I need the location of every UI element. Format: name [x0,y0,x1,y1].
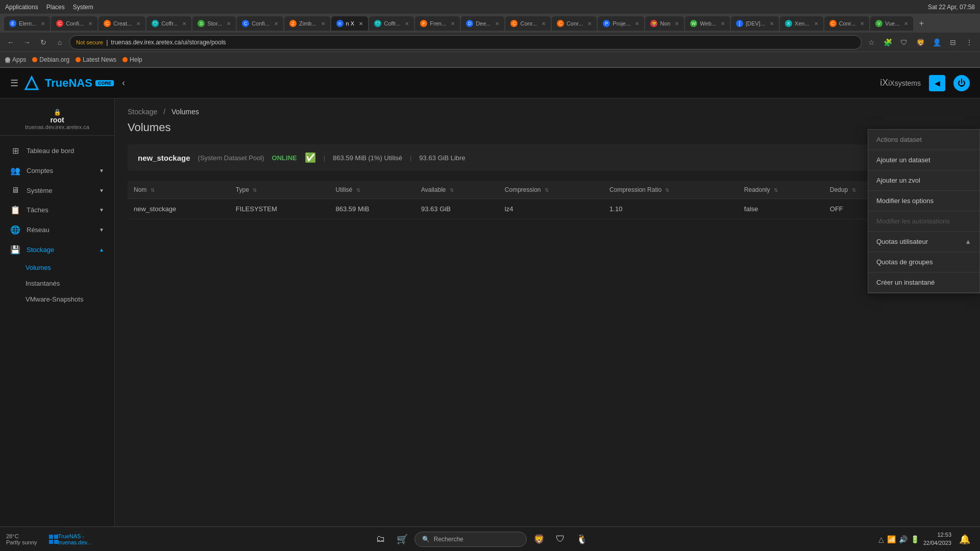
os-menu[interactable]: Applications Places System [5,4,93,11]
tab-11[interactable]: C Conr... ✕ [505,16,550,31]
pool-label: (System Dataset Pool) [198,154,264,162]
bookmarks-bar: ⊞ Apps Debian.org Latest News Help [0,52,980,67]
sidebar-stockage-label: Stockage [27,246,54,254]
taskbar-wifi-icon[interactable]: 📶 [887,535,896,543]
bookmark-help[interactable]: Help [122,56,142,63]
col-compression-ratio[interactable]: Compression Ratio ⇅ [603,181,738,199]
col-available[interactable]: Available ⇅ [415,181,499,199]
taskbar-shield-button[interactable]: 🛡 [551,530,570,548]
bookmark-news[interactable]: Latest News [76,56,116,63]
taskbar-app6-button[interactable]: 🐧 [573,530,591,548]
tab-6[interactable]: Z Zimb... ✕ [284,16,330,31]
tab-9[interactable]: F Fren... ✕ [415,16,460,31]
breadcrumb-parent-link[interactable]: Stockage [128,108,157,116]
tab-19[interactable]: V Vue... ✕ [870,16,913,31]
dropdown-modify-options[interactable]: Modifier les options [868,191,979,211]
tab-favicon-8: 🛡 [374,20,381,27]
sidebar-item-comptes[interactable]: 👥 Comptes ▼ [0,161,114,181]
tab-18[interactable]: C Conr... ✕ [824,16,869,31]
dropdown-header: Actions dataset [868,130,979,150]
settings-button[interactable]: ⋮ [963,36,976,49]
new-tab-button[interactable]: + [914,16,928,31]
breadcrumb-back-button[interactable]: ‹ [122,78,125,88]
sidebar-item-dashboard[interactable]: ⊞ Tableau de bord [0,141,114,161]
tab-3[interactable]: 🛡 Coffr... ✕ [146,16,191,31]
tab-favicon-4: S [198,20,205,27]
sidebar-sub-vmware[interactable]: VMware-Snapshots [20,291,114,307]
tab-favicon-11: C [510,20,518,27]
tab-0[interactable]: E Elem... ✕ [4,16,50,31]
bookmark-debian[interactable]: Debian.org [32,56,69,63]
dropdown-create-snapshot[interactable]: Créer un instantané [868,272,979,293]
tab-4[interactable]: S Stor... ✕ [192,16,236,31]
tab-10[interactable]: D Dee... ✕ [461,16,504,31]
shield-icon[interactable]: 🛡 [897,36,911,49]
col-compression[interactable]: Compression ⇅ [499,181,603,199]
sidebar-toggle[interactable]: ⊟ [946,36,960,49]
home-button[interactable]: ⌂ [53,36,66,49]
reload-button[interactable]: ↻ [37,36,50,49]
power-button[interactable]: ⏻ [953,75,970,91]
tab-16[interactable]: [ [DEV]... ✕ [731,16,779,31]
col-nom[interactable]: Nom ⇅ [128,181,230,199]
date: 22/04/2023 [923,539,951,547]
sidebar-item-systeme[interactable]: 🖥 Système ▼ [0,181,114,200]
collapse-sidebar-button[interactable]: ◀ [929,75,945,91]
taskbar-volume-icon[interactable]: 🔊 [899,535,908,543]
table-row[interactable]: new_stockage FILESYSTEM 863.59 MiB 93.63… [128,199,967,219]
dropdown-add-zvol[interactable]: Ajouter un zvol [868,170,979,191]
col-utilise[interactable]: Utilisé ⇅ [330,181,415,199]
sidebar-item-reseau[interactable]: 🌐 Réseau ▼ [0,220,114,240]
tab-7[interactable]: n n X ✕ [331,16,369,31]
app-name: TrueNAS [45,77,92,90]
tab-1[interactable]: C Confi... ✕ [51,16,97,31]
taskbar-time[interactable]: 12:53 22/04/2023 [923,531,951,547]
address-bar[interactable]: Not secure | truenas.dev.irex.aretex.ca/… [69,35,862,49]
stockage-arrow-icon: ▲ [99,247,104,253]
taskbar-brave-button[interactable]: 🦁 [530,530,548,548]
dropdown-quotas-user[interactable]: Quotas utilisateur ▲ [868,232,979,252]
back-button[interactable]: ← [4,36,17,49]
os-menu-system[interactable]: System [73,4,93,11]
cell-ratio: 1.10 [603,199,738,219]
forward-button[interactable]: → [20,36,34,49]
tab-2[interactable]: C Creat... ✕ [99,16,145,31]
sidebar-item-taches[interactable]: 📋 Tâches ▼ [0,200,114,220]
sidebar-item-stockage[interactable]: 💾 Stockage ▲ [0,240,114,260]
tab-favicon-3: 🛡 [152,20,159,27]
dropdown-quotas-group[interactable]: Quotas de groupes [868,252,979,272]
nav-bar: ← → ↻ ⌂ Not secure | truenas.dev.irex.ar… [0,33,980,52]
os-bar-right: Sat 22 Apr, 07:58 [928,4,975,11]
tab-13[interactable]: P Proje... ✕ [598,16,644,31]
taskbar-notification-button[interactable]: 🔔 [955,530,974,548]
sidebar-systeme-label: Système [27,187,53,194]
tab-15[interactable]: W Web... ✕ [685,16,730,31]
col-type[interactable]: Type ⇅ [230,181,330,199]
taskbar-truenas-button[interactable]: TrueNAS - truenas.dev... [66,530,84,548]
sort-nom-icon: ⇅ [151,187,155,193]
taskbar-file-manager-button[interactable]: 🗂 [372,530,390,548]
os-menu-places[interactable]: Places [46,4,65,11]
tab-favicon-7: n [336,20,344,27]
profile-button[interactable]: 👤 [930,36,943,49]
taskbar-expand-icon[interactable]: △ [878,535,884,543]
hamburger-button[interactable]: ☰ [10,78,18,89]
sidebar-sub-volumes[interactable]: Volumes [20,260,114,276]
tab-17[interactable]: X Xen... ✕ [780,16,823,31]
extensions-button[interactable]: 🧩 [881,36,894,49]
bookmark-star[interactable]: ☆ [865,36,878,49]
tab-5[interactable]: C Confi... ✕ [237,16,283,31]
brave-icon[interactable]: 🦁 [914,36,927,49]
os-menu-applications[interactable]: Applications [5,4,38,11]
tab-14[interactable]: 🦁 Non ✕ [645,16,684,31]
sidebar-sub-instantanes[interactable]: Instantanés [20,276,114,291]
tab-12[interactable]: C Conr... ✕ [552,16,597,31]
bookmark-apps[interactable]: ⊞ Apps [5,56,26,63]
taskbar-app3-button[interactable]: 🛒 [393,530,411,548]
col-readonly[interactable]: Readonly ⇅ [738,181,824,199]
sort-utilise-icon: ⇅ [356,187,360,193]
dropdown-add-dataset[interactable]: Ajouter un dataset [868,150,979,170]
tab-favicon-5: C [242,20,249,27]
tab-8[interactable]: 🛡 Coffr... ✕ [369,16,414,31]
taskbar-search[interactable]: 🔍 Recherche [414,532,527,547]
